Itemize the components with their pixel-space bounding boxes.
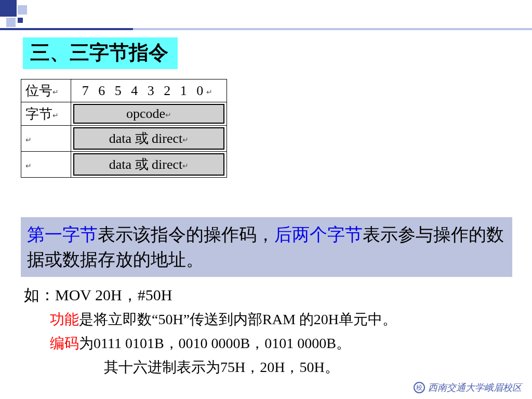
desc-seg3: 后两个字节	[274, 225, 363, 244]
corner-decoration	[0, 0, 42, 31]
description-box: 第一字节表示该指令的操作码，后两个字节表示参与操作的数据或数据存放的地址。	[21, 217, 512, 277]
example-line3: 编码为0111 0101B，0010 0000B，0101 0000B。	[50, 334, 351, 353]
example-line3-text: 为0111 0101B，0010 0000B，0101 0000B。	[79, 335, 351, 351]
table-row2-label: 字节	[25, 107, 52, 122]
slide: 三、三字节指令 位号↵ 7 6 5 4 3 2 1 0↵ 字节↵ opcode↵…	[0, 0, 532, 399]
opcode-cell: opcode	[126, 106, 165, 121]
example-line2: 功能是将立即数“50H”传送到内部RAM 的20H单元中。	[50, 310, 397, 329]
byte-table: 位号↵ 7 6 5 4 3 2 1 0↵ 字节↵ opcode↵ ↵ data …	[21, 79, 227, 178]
table-row1-label: 位号	[25, 83, 52, 98]
data2-cell: data 或 direct	[109, 157, 183, 172]
bit-header: 7 6 5 4 3 2 1 0	[82, 83, 207, 98]
watermark: 校 西南交通大学峨眉校区	[414, 381, 522, 394]
example-line3-label: 编码	[50, 335, 79, 351]
example-line2-text: 是将立即数“50H”传送到内部RAM 的20H单元中。	[79, 311, 397, 327]
desc-seg1: 第一字节	[27, 225, 98, 244]
data1-cell: data 或 direct	[109, 131, 183, 146]
seal-icon: 校	[414, 382, 425, 393]
divider-line	[0, 28, 532, 30]
desc-seg2: 表示该指令的操作码，	[98, 225, 274, 244]
example-line1: 如：MOV 20H，#50H	[24, 285, 172, 306]
example-line2-label: 功能	[50, 311, 79, 327]
watermark-text: 西南交通大学峨眉校区	[428, 381, 522, 394]
example-line4: 其十六进制表示为75H，20H，50H。	[104, 357, 339, 377]
slide-title: 三、三字节指令	[23, 37, 178, 69]
